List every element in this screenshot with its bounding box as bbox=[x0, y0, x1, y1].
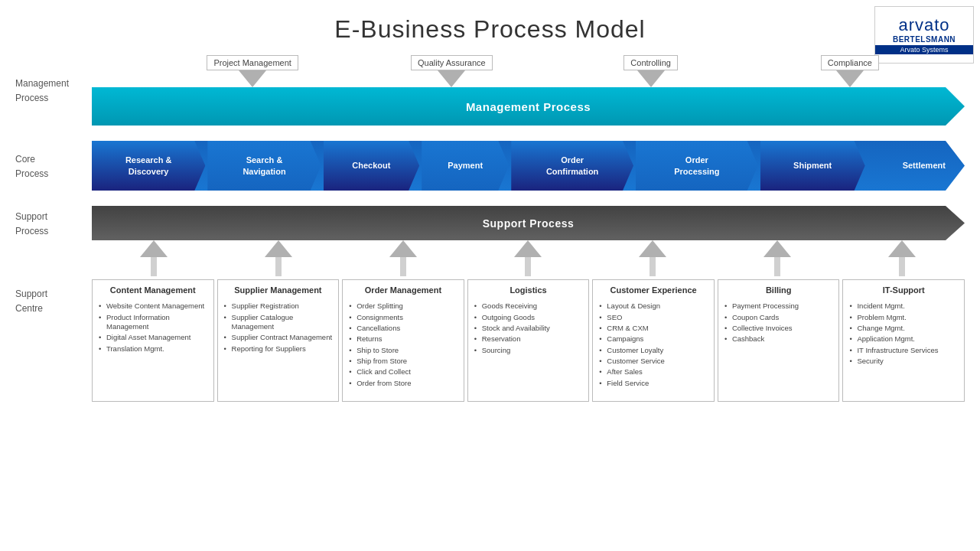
card-item: Digital Asset Management bbox=[99, 333, 207, 342]
management-arrow-item: Controlling bbox=[601, 55, 701, 87]
management-arrow-label: Quality Assurance bbox=[411, 55, 493, 70]
down-arrow-icon bbox=[836, 70, 864, 87]
core-label: Core Process bbox=[15, 152, 92, 180]
core-section: Core Process Research & DiscoverySearch … bbox=[15, 141, 965, 191]
management-arrows-row: Project Management Quality Assurance Con… bbox=[92, 55, 965, 87]
card-item: Website Content Management bbox=[99, 302, 207, 311]
card-item: Coupon Cards bbox=[724, 313, 833, 322]
up-arrow-group bbox=[217, 240, 341, 276]
card-item: Order Splitting bbox=[349, 302, 457, 311]
card-item: Consignments bbox=[349, 313, 457, 322]
up-arrow-group bbox=[341, 240, 466, 276]
card-item: Supplier Contract Management bbox=[224, 333, 333, 342]
card-item: Campaigns bbox=[599, 334, 708, 344]
core-step: Shipment bbox=[760, 141, 865, 191]
support-centre-section: Support Centre Content Management bbox=[15, 240, 965, 402]
card-item: Problem Mgmt. bbox=[849, 313, 958, 322]
card-item: Incident Mgmt. bbox=[849, 302, 958, 311]
card-item: Sourcing bbox=[474, 346, 583, 355]
support-card: Supplier Management Supplier Registratio… bbox=[217, 279, 340, 402]
card-item: Ship from Store bbox=[349, 357, 457, 366]
support-card: Content Management Website Content Manag… bbox=[92, 279, 214, 402]
up-arrows-row bbox=[92, 240, 965, 276]
logo-systems: Arvato Systems bbox=[875, 45, 973, 54]
management-bar-text: Management Process bbox=[466, 100, 591, 113]
support-label: Support Process bbox=[15, 209, 92, 237]
management-arrow-item: Quality Assurance bbox=[402, 55, 501, 87]
support-card: Customer Experience Layout & DesignSEOCR… bbox=[592, 279, 715, 402]
arrow-stem bbox=[525, 257, 531, 276]
core-step-label: Payment bbox=[448, 160, 483, 171]
card-item: Security bbox=[849, 357, 958, 366]
core-step-label: Checkout bbox=[352, 160, 390, 171]
card-item: Click and Collect bbox=[349, 367, 457, 377]
support-centre-label: Support Centre bbox=[15, 240, 92, 315]
card-item: Field Service bbox=[599, 379, 708, 388]
core-steps: Research & DiscoverySearch & NavigationC… bbox=[92, 141, 965, 191]
page: arvato BERTELSMANN Arvato Systems E-Busi… bbox=[0, 0, 980, 551]
management-arrow-label: Controlling bbox=[623, 55, 678, 70]
core-step-label: Shipment bbox=[793, 160, 832, 171]
core-step: Research & Discovery bbox=[92, 141, 205, 191]
support-card: Order Management Order SplittingConsignm… bbox=[342, 279, 464, 402]
card-item: Change Mgmt. bbox=[849, 324, 958, 333]
card-title: Supplier Management bbox=[224, 285, 333, 295]
card-item: Supplier Catalogue Management bbox=[224, 313, 333, 332]
card-title: IT-Support bbox=[849, 285, 958, 295]
management-label: Management Process bbox=[15, 76, 92, 104]
support-card: IT-Support Incident Mgmt.Problem Mgmt.Ch… bbox=[842, 279, 965, 402]
card-item: Order from Store bbox=[349, 379, 457, 388]
card-item: Reporting for Suppliers bbox=[224, 344, 333, 354]
card-item: Customer Loyalty bbox=[599, 346, 708, 355]
card-item: CRM & CXM bbox=[599, 324, 708, 333]
core-content: Research & DiscoverySearch & NavigationC… bbox=[92, 141, 965, 191]
management-arrow-item: Compliance bbox=[800, 55, 900, 87]
card-item: IT Infrastructure Services bbox=[849, 346, 958, 355]
card-items: Incident Mgmt.Problem Mgmt.Change Mgmt.A… bbox=[849, 302, 958, 366]
card-item: Payment Processing bbox=[724, 302, 833, 311]
card-items: Layout & DesignSEOCRM & CXMCampaignsCust… bbox=[599, 302, 708, 388]
support-bar: Support Process bbox=[92, 206, 965, 240]
card-item: Stock and Availability bbox=[474, 324, 583, 333]
core-step-label: Settlement bbox=[903, 160, 946, 171]
core-step-label: Search & Navigation bbox=[243, 155, 285, 177]
core-step: Settlement bbox=[868, 141, 980, 191]
card-item: Supplier Registration bbox=[224, 302, 333, 311]
card-item: After Sales bbox=[599, 367, 708, 377]
card-title: Logistics bbox=[474, 285, 583, 295]
up-arrow-icon bbox=[389, 240, 417, 257]
support-card: Logistics Goods ReceivingOutgoing GoodsS… bbox=[467, 279, 590, 402]
card-items: Website Content ManagementProduct Inform… bbox=[99, 302, 207, 354]
card-items: Supplier RegistrationSupplier Catalogue … bbox=[224, 302, 333, 354]
arrow-stem bbox=[774, 257, 780, 276]
up-arrow-icon bbox=[639, 240, 666, 257]
up-arrow-group bbox=[715, 240, 840, 276]
core-bar: Research & DiscoverySearch & NavigationC… bbox=[92, 141, 965, 191]
card-title: Billing bbox=[724, 285, 833, 295]
support-section: Support Process Support Process bbox=[15, 206, 965, 240]
card-item: Ship to Store bbox=[349, 346, 457, 355]
up-arrow-icon bbox=[514, 240, 542, 257]
card-item: Cashback bbox=[724, 334, 833, 344]
core-step-label: Order Confirmation bbox=[546, 155, 598, 177]
management-content: Project Management Quality Assurance Con… bbox=[92, 55, 965, 126]
card-item: Application Mgmt. bbox=[849, 334, 958, 344]
management-arrow-item: Project Management bbox=[203, 55, 302, 87]
card-title: Customer Experience bbox=[599, 285, 708, 295]
management-section: Management Process Project Management Qu… bbox=[15, 55, 965, 126]
logo-arvato: arvato bbox=[898, 15, 949, 35]
up-arrow-group bbox=[466, 240, 591, 276]
core-step: Checkout bbox=[324, 141, 420, 191]
core-step: Payment bbox=[422, 141, 509, 191]
card-item: Collective Invoices bbox=[724, 324, 833, 333]
up-arrow-icon bbox=[265, 240, 292, 257]
core-step-label: Order Processing bbox=[674, 155, 719, 177]
logo-bertelsmann: BERTELSMANN bbox=[893, 35, 956, 44]
cards-row: Content Management Website Content Manag… bbox=[92, 279, 965, 402]
up-arrow-icon bbox=[140, 240, 168, 257]
up-arrow-group bbox=[840, 240, 965, 276]
core-step: Order Processing bbox=[636, 141, 758, 191]
support-centre-content: Content Management Website Content Manag… bbox=[92, 240, 965, 402]
up-arrow-group bbox=[92, 240, 217, 276]
card-items: Goods ReceivingOutgoing GoodsStock and A… bbox=[474, 302, 583, 355]
